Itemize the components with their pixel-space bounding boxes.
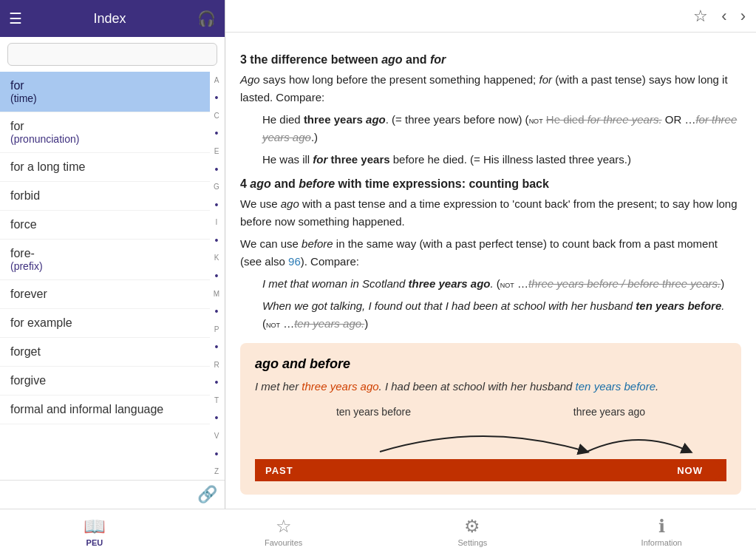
alpha-A[interactable]: A xyxy=(214,76,219,84)
timeline-label-left: ten years before xyxy=(336,406,411,418)
sidebar-item-forbid[interactable]: forbid xyxy=(0,182,210,211)
alpha-dot-4[interactable]: • xyxy=(215,200,219,210)
content-area: ☆ ‹ › 3 the difference between ago and f… xyxy=(225,0,756,509)
section3-ago: ago xyxy=(381,53,402,66)
main-content: 3 the difference between ago and for Ago… xyxy=(225,33,756,509)
bottom-navigation: 📖 PEU ☆ Favourites ⚙ Settings ℹ Informat… xyxy=(0,509,756,553)
section3-and: and xyxy=(403,53,430,66)
sidebar-title: Index xyxy=(93,11,126,27)
sidebar-item-forgive[interactable]: forgive xyxy=(0,367,210,396)
menu-icon[interactable]: ☰ xyxy=(9,10,22,27)
sidebar-item-for-time-line1: for xyxy=(10,79,200,92)
sidebar-item-for-a-long-time-label: for a long time xyxy=(10,160,200,174)
alpha-dot-5[interactable]: • xyxy=(215,235,219,245)
sidebar-item-for-a-long-time[interactable]: for a long time xyxy=(0,153,210,182)
alpha-P[interactable]: P xyxy=(214,325,219,333)
timeline-three-years-ago: three years ago xyxy=(302,380,378,393)
alpha-I[interactable]: I xyxy=(216,218,218,226)
timeline-bar-container: PAST NOW xyxy=(255,459,726,481)
sidebar-item-for-pronunciation-line2: (pronunciation) xyxy=(10,133,200,145)
sidebar-item-forgive-label: forgive xyxy=(10,374,200,387)
tab-settings[interactable]: ⚙ Settings xyxy=(443,516,502,547)
alpha-Z[interactable]: Z xyxy=(214,467,219,475)
sidebar-item-forget[interactable]: forget xyxy=(0,338,210,367)
alpha-index: A • C • E • G • I • K • M • P • R • T • xyxy=(210,72,223,480)
alpha-dot-9[interactable]: • xyxy=(215,377,219,387)
alpha-dot-6[interactable]: • xyxy=(215,271,219,281)
peu-label: PEU xyxy=(86,538,103,547)
sidebar-item-for-example-label: for example xyxy=(10,316,200,330)
sidebar-item-for-pronunciation[interactable]: for (pronunciation) xyxy=(0,112,210,153)
alpha-T[interactable]: T xyxy=(214,396,219,404)
timeline-sentence2: . I had been at school with her husband xyxy=(379,380,576,393)
sidebar-item-forbid-label: forbid xyxy=(10,189,200,203)
alpha-M[interactable]: M xyxy=(214,290,219,298)
sidebar-item-for-time[interactable]: for (time) xyxy=(0,72,210,112)
para1: Ago says how long before the present som… xyxy=(240,71,741,106)
settings-label: Settings xyxy=(458,538,488,547)
sidebar-item-force[interactable]: force xyxy=(0,211,210,240)
timeline-period: . xyxy=(655,380,658,393)
timeline-sentence1: I met her xyxy=(255,380,302,393)
alpha-R[interactable]: R xyxy=(214,361,219,369)
sidebar-item-for-example[interactable]: for example xyxy=(0,309,210,338)
alpha-dot-11[interactable]: • xyxy=(215,449,219,459)
headphone-icon[interactable]: 🎧 xyxy=(197,10,216,27)
alpha-dot-10[interactable]: • xyxy=(215,413,219,423)
alpha-dot-2[interactable]: • xyxy=(215,128,219,138)
sidebar-item-formal-informal[interactable]: formal and informal language xyxy=(0,396,210,424)
sidebar-item-forever-label: forever xyxy=(10,288,200,301)
top-nav-bar: ☆ ‹ › xyxy=(225,0,756,33)
section4-heading: 4 ago and before with time expressions: … xyxy=(240,177,741,191)
sidebar-list: for (time) for (pronunciation) for a lon… xyxy=(0,72,225,480)
alpha-dot-7[interactable]: • xyxy=(215,306,219,316)
tab-information[interactable]: ℹ Information xyxy=(632,516,691,547)
sidebar-item-forget-label: forget xyxy=(10,345,200,359)
alpha-K[interactable]: K xyxy=(214,254,219,262)
link-icon[interactable]: 🔗 xyxy=(197,485,217,504)
sidebar-item-forever[interactable]: forever xyxy=(0,280,210,309)
favourites-label: Favourites xyxy=(265,538,302,547)
link-96[interactable]: 96 xyxy=(288,255,301,268)
forward-icon[interactable]: › xyxy=(740,7,746,26)
sidebar-list-inner: for (time) for (pronunciation) for a lon… xyxy=(0,72,225,424)
timeline-box-title: ago and before xyxy=(255,356,726,372)
sidebar-header: ☰ Index 🎧 xyxy=(0,0,225,37)
information-label: Information xyxy=(641,538,682,547)
timeline-arcs xyxy=(255,419,726,456)
example4: When we got talking, I found out that I … xyxy=(262,297,741,333)
settings-icon: ⚙ xyxy=(464,516,480,537)
tab-peu[interactable]: 📖 PEU xyxy=(65,516,124,547)
timeline-graphic: ten years before three years ago xyxy=(255,406,726,481)
sidebar-item-for-time-line2: (time) xyxy=(10,92,200,104)
search-bar xyxy=(0,37,225,72)
peu-icon: 📖 xyxy=(84,516,106,537)
timeline-example-text: I met her three years ago. I had been at… xyxy=(255,378,726,396)
sidebar-item-fore-prefix-line1: fore- xyxy=(10,247,200,260)
alpha-E[interactable]: E xyxy=(214,147,219,155)
timeline-bar-now: NOW xyxy=(677,459,726,481)
sidebar-item-fore-prefix[interactable]: fore- (prefix) xyxy=(0,240,210,280)
timeline-box: ago and before I met her three years ago… xyxy=(240,343,741,495)
sidebar-item-force-label: force xyxy=(10,218,200,231)
alpha-dot-3[interactable]: • xyxy=(215,164,219,174)
alpha-G[interactable]: G xyxy=(214,183,219,191)
para3: We can use before in the same way (with … xyxy=(240,235,741,271)
back-icon[interactable]: ‹ xyxy=(721,7,726,26)
alpha-C[interactable]: C xyxy=(214,112,219,120)
alpha-V[interactable]: V xyxy=(214,432,219,440)
example1b: He was ill for three years before he die… xyxy=(262,151,741,169)
timeline-ten-years-before: ten years before xyxy=(576,380,655,393)
timeline-past-label: PAST xyxy=(265,465,293,476)
timeline-label-right: three years ago xyxy=(573,406,645,418)
search-input[interactable] xyxy=(7,43,217,66)
timeline-bar-past: PAST xyxy=(255,459,677,481)
para2: We use ago with a past tense and a time … xyxy=(240,195,741,231)
alpha-dot-1[interactable]: • xyxy=(215,92,219,103)
bookmark-icon[interactable]: ☆ xyxy=(693,7,708,26)
alpha-dot-8[interactable]: • xyxy=(215,342,219,352)
sidebar: ☰ Index 🎧 for (time) for (pronunciation)… xyxy=(0,0,225,509)
favourites-icon: ☆ xyxy=(276,516,292,537)
timeline-arrow-tip xyxy=(713,459,726,481)
tab-favourites[interactable]: ☆ Favourites xyxy=(254,516,313,547)
